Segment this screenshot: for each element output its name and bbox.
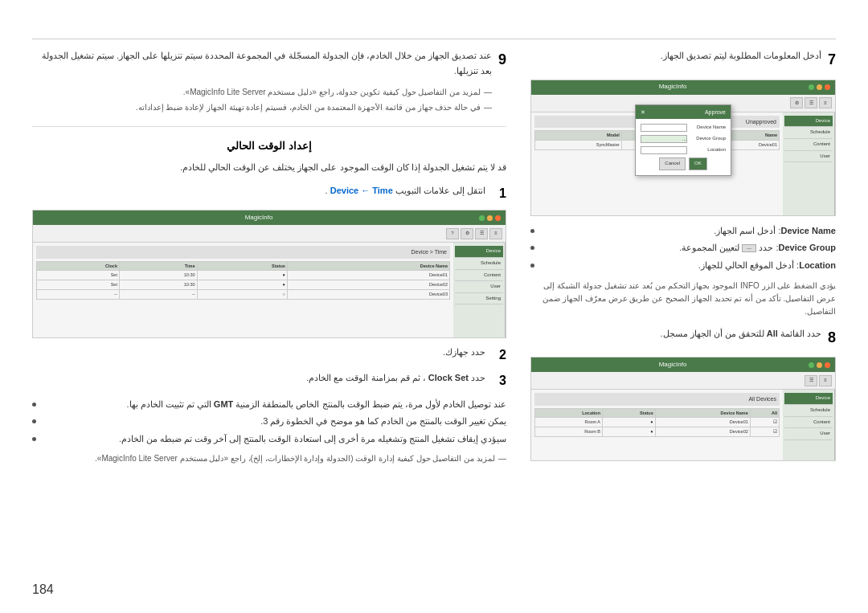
mi-td-7: 10:30: [119, 280, 197, 290]
mi3-td-3: ●: [603, 418, 656, 427]
all-screenshot: MagicInfo ≡ ☰ Device Schedule Content Us…: [530, 357, 836, 461]
section-8: 8 حدد القائمة All للتحقق من أن الجهاز مس…: [530, 326, 836, 349]
mi2-title: MagicInfo: [539, 82, 806, 92]
step-1-content: انتقل إلى علامات التبويب Device ← Time .: [32, 183, 485, 198]
step-2-row: 2 حدد جهازك.: [32, 345, 506, 366]
bullet-device-name: Device Name: أدخل اسم الجهاز.: [530, 224, 836, 239]
toolbar-btn-1[interactable]: ≡: [489, 228, 502, 239]
mi-main-header: Device > Time: [36, 246, 450, 258]
mi2-body: Device Schedule Content User Unapproved …: [531, 112, 835, 215]
mi3-table: All Device Name Status Location ☑ Device…: [534, 408, 780, 437]
toolbar-btn-2[interactable]: ☰: [475, 228, 488, 239]
toolbar-btn-3[interactable]: ⚙: [461, 228, 473, 239]
bullet-device-group: Device Group: حدد ⋯ لتعيين المجموعة.: [530, 241, 836, 255]
dialog-input-name[interactable]: [641, 124, 687, 132]
mi2-dot-g: [809, 84, 814, 90]
titlebar-dot-yellow: [487, 215, 493, 221]
mi-body: Device Schedule Content User Setting Dev…: [33, 243, 506, 337]
mi2-sb-device[interactable]: Device: [784, 116, 833, 128]
mi-td-2: ●: [197, 271, 287, 280]
bullet-text-2: يمكن تغيير الوقت بالمنتج من الخادم كما ه…: [41, 415, 506, 429]
mi3-dot-y: [817, 362, 822, 368]
current-time-intro: قد لا يتم تشغيل الجدولة إذا كان الوقت ال…: [32, 160, 506, 175]
time-bullets: عند توصيل الخادم لأول مرة، يتم ضبط الوقت…: [32, 398, 506, 447]
mi2-tb-3[interactable]: ⚙: [790, 97, 803, 108]
mi2-dot-y: [817, 84, 822, 90]
mi-td-10: ○: [197, 290, 287, 300]
mi2-sb-content[interactable]: Content: [784, 139, 833, 151]
mi3-sb-device[interactable]: Device: [784, 393, 833, 405]
mi3-td-4: Room A: [535, 418, 603, 427]
section7-info-note: يؤدي الضغط على الزر INFO الموجود بجهاز ا…: [530, 280, 836, 318]
mi3-titlebar: MagicInfo: [531, 358, 835, 372]
mi-th-time: Time: [119, 261, 197, 271]
mi3-tb-2[interactable]: ☰: [805, 375, 817, 386]
mi3-toolbar: ≡ ☰: [531, 372, 835, 390]
dialog-row-location: Location: [641, 146, 726, 154]
mi2-sb-schedule[interactable]: Schedule: [784, 127, 833, 139]
mi2-sb-user[interactable]: User: [784, 151, 833, 163]
mi3-sb-content[interactable]: Content: [784, 417, 833, 429]
mi-td-5: Device02: [287, 280, 449, 290]
mi-th-status: Status: [197, 261, 287, 271]
mi-sidebar-user[interactable]: User: [455, 281, 503, 293]
mi2-tb-1[interactable]: ≡: [819, 97, 832, 108]
toolbar-btn-4[interactable]: ?: [446, 228, 459, 239]
page-container: 9 عند تصديق الجهاز من خلال الخادم، فإن ا…: [0, 0, 868, 613]
dialog-cancel-button[interactable]: Cancel: [659, 157, 686, 170]
mi-td-8: Set: [37, 280, 120, 290]
dialog-body: Device Name Device Group ... Location: [636, 119, 731, 175]
server-note: لمزيد من التفاصيل حول كيفية إدارة الوقت …: [32, 452, 506, 465]
step-7-text: أدخل المعلومات المطلوبة ليتم تصديق الجها…: [530, 48, 821, 63]
mi3-tb-1[interactable]: ≡: [819, 375, 832, 386]
bullet-text-dg: Device Group: حدد ⋯ لتعيين المجموعة.: [539, 241, 836, 255]
right-column: 7 أدخل المعلومات المطلوبة ليتم تصديق الج…: [530, 48, 836, 565]
bullet-dot-1: [32, 403, 36, 407]
dialog-input-group[interactable]: ...: [641, 135, 687, 143]
mi-toolbar: ≡ ☰ ⚙ ?: [33, 225, 506, 243]
mi-th-clock: Clock: [37, 261, 120, 271]
left-column: 9 عند تصديق الجهاز من خلال الخادم، فإن ا…: [32, 48, 506, 565]
section-7: 7 أدخل المعلومات المطلوبة ليتم تصديق الج…: [530, 48, 836, 72]
mi-td-1: Device01: [287, 271, 449, 280]
approve-screenshot: MagicInfo ≡ ☰ ⚙ Device Schedule Content …: [530, 80, 836, 216]
mi-main: Device > Time Device Name Status Time Cl…: [33, 243, 453, 337]
content-area: 9 عند تصديق الجهاز من خلال الخادم، فإن ا…: [32, 48, 836, 565]
step-3-row: 3 حدد Clock Set ، ثم قم بمزامنة الوقت مع…: [32, 370, 506, 391]
dialog-row-group: Device Group ...: [641, 135, 726, 143]
mi3-td-8: Room B: [535, 427, 603, 437]
time-screenshot-inner: MagicInfo ≡ ☰ ⚙ ? Device Schedule Conten…: [33, 210, 506, 337]
bullet-dot-2: [32, 419, 36, 423]
mi3-sb-schedule[interactable]: Schedule: [784, 405, 833, 417]
mi-sidebar-device[interactable]: Device: [455, 246, 503, 258]
all-screenshot-inner: MagicInfo ≡ ☰ Device Schedule Content Us…: [531, 358, 835, 460]
step-2-number: 2: [490, 345, 506, 366]
mi3-sb-user[interactable]: User: [784, 428, 833, 440]
bullet-text-loc: Location: أدخل الموقع الحالي للجهاز.: [539, 259, 836, 273]
dialog-label-group: Device Group: [690, 135, 726, 143]
mi-sidebar-setting[interactable]: Setting: [455, 293, 503, 305]
mi2-tb-2[interactable]: ☰: [805, 97, 817, 108]
mi-sidebar-schedule[interactable]: Schedule: [455, 258, 503, 270]
mi2-main: Unapproved Name IP Model Device01 192.16…: [531, 112, 783, 215]
dialog-title: Approve ✕: [636, 105, 731, 119]
mi2-dot-r: [825, 84, 830, 90]
mi2-titlebar: MagicInfo: [531, 80, 835, 95]
section-divider: [32, 126, 506, 127]
mi-th-name: Device Name: [287, 261, 449, 271]
step-7-number: 7: [828, 48, 836, 72]
mi3-body: Device Schedule Content User All Devices…: [531, 390, 835, 460]
top-divider: [32, 39, 836, 39]
mi3-dot-g: [809, 362, 814, 368]
step-3-content: حدد Clock Set ، ثم قم بمزامنة الوقت مع ا…: [32, 370, 485, 386]
mi-td-12: --: [37, 290, 120, 300]
bullet-location: Location: أدخل الموقع الحالي للجهاز.: [530, 259, 836, 273]
dialog-close-icon[interactable]: ✕: [641, 108, 645, 116]
dialog-ok-button[interactable]: OK: [689, 157, 707, 170]
dialog-input-location[interactable]: [641, 146, 687, 154]
mi3-td-7: ●: [603, 427, 656, 437]
step-9-text: عند تصديق الجهاز من خلال الخادم، فإن الج…: [32, 48, 492, 78]
mi3-th-status: Status: [603, 408, 656, 418]
mi-sidebar-content[interactable]: Content: [455, 270, 503, 282]
mi2-td-3: SyncMaster: [535, 140, 622, 149]
